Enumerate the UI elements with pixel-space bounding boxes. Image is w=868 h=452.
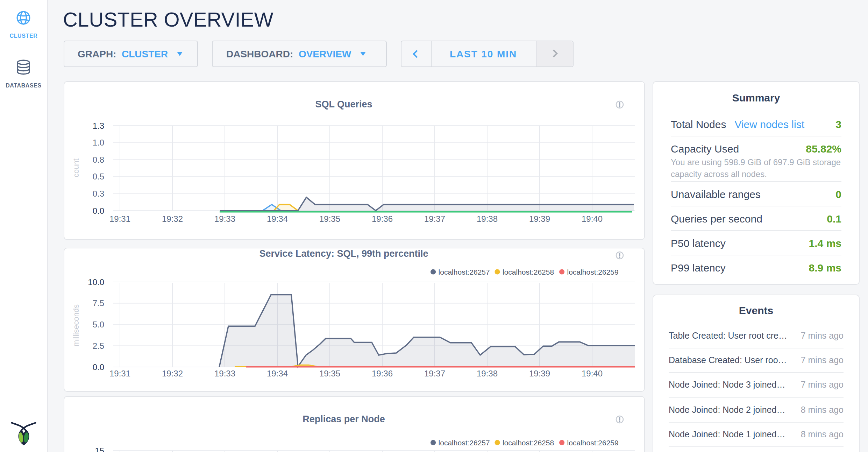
svg-text:localhost:26257: localhost:26257 — [438, 438, 490, 446]
svg-text:localhost:26257: localhost:26257 — [438, 268, 490, 276]
svg-text:0.5: 0.5 — [92, 172, 104, 181]
svg-text:Replicas per Node: Replicas per Node — [302, 414, 385, 424]
svg-text:19:35: 19:35 — [319, 368, 340, 378]
svg-text:0.0: 0.0 — [92, 362, 104, 372]
svg-text:localhost:26259: localhost:26259 — [567, 268, 618, 276]
svg-text:1.0: 1.0 — [92, 138, 104, 147]
svg-text:19:32: 19:32 — [162, 368, 183, 378]
svg-text:localhost:26258: localhost:26258 — [502, 268, 554, 276]
svg-text:2.5: 2.5 — [92, 341, 104, 350]
svg-text:1.3: 1.3 — [92, 121, 104, 130]
svg-text:localhost:26258: localhost:26258 — [502, 438, 554, 446]
svg-text:15: 15 — [94, 446, 104, 452]
svg-text:19:39: 19:39 — [529, 214, 550, 224]
svg-text:19:37: 19:37 — [424, 214, 445, 224]
svg-text:19:31: 19:31 — [109, 368, 130, 378]
svg-text:SQL Queries: SQL Queries — [315, 99, 372, 110]
svg-text:19:38: 19:38 — [476, 214, 497, 224]
svg-text:19:34: 19:34 — [266, 214, 287, 224]
svg-text:19:39: 19:39 — [529, 368, 550, 378]
svg-text:19:31: 19:31 — [109, 214, 130, 224]
svg-text:19:33: 19:33 — [214, 214, 235, 224]
svg-text:19:38: 19:38 — [476, 368, 497, 378]
svg-text:19:35: 19:35 — [319, 214, 340, 224]
svg-text:5.0: 5.0 — [92, 319, 104, 329]
svg-text:19:32: 19:32 — [162, 214, 183, 224]
svg-text:19:36: 19:36 — [371, 214, 392, 224]
svg-text:Service Latency: SQL, 99th per: Service Latency: SQL, 99th percentile — [259, 248, 428, 259]
svg-text:19:36: 19:36 — [371, 368, 392, 378]
svg-text:19:37: 19:37 — [424, 368, 445, 378]
svg-text:localhost:26259: localhost:26259 — [567, 438, 618, 446]
svg-text:count: count — [71, 158, 80, 177]
svg-text:10.0: 10.0 — [87, 277, 104, 287]
svg-text:0.0: 0.0 — [92, 206, 104, 216]
svg-text:0.3: 0.3 — [92, 189, 104, 198]
svg-text:7.5: 7.5 — [92, 298, 104, 308]
svg-text:milliseconds: milliseconds — [71, 304, 80, 346]
svg-text:19:33: 19:33 — [214, 368, 235, 378]
svg-text:19:40: 19:40 — [581, 368, 602, 378]
svg-text:19:34: 19:34 — [266, 368, 287, 378]
svg-text:19:40: 19:40 — [581, 214, 602, 224]
svg-text:0.8: 0.8 — [92, 155, 104, 164]
